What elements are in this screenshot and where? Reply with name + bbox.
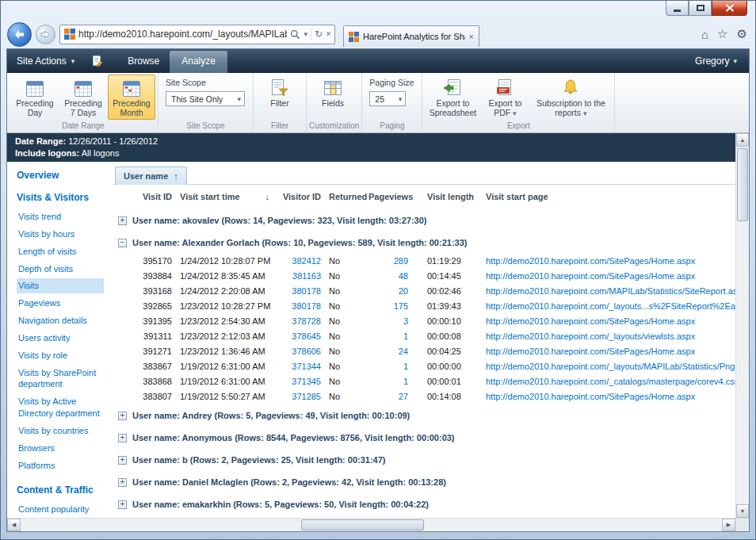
export-to-spreadsheet-button[interactable]: Export to Spreadsheet <box>425 75 480 120</box>
sidebar-item-visits-by-sharepoint-department[interactable]: Visits by SharePoint department <box>17 366 104 393</box>
sidebar-item-users-activity[interactable]: Users activity <box>17 331 104 346</box>
expand-icon[interactable]: + <box>118 500 127 509</box>
sidebar-item-visits-by-role[interactable]: Visits by role <box>17 348 104 363</box>
column-header-returned[interactable]: Returned <box>321 192 359 201</box>
expand-icon[interactable]: + <box>118 456 127 465</box>
expand-icon[interactable]: + <box>118 216 127 225</box>
cell-visit-start-page[interactable]: http://demo2010.harepoint.com/SitePages/… <box>479 347 735 356</box>
column-header-visit-id[interactable]: Visit ID <box>128 192 172 201</box>
gear-icon[interactable]: ⚙ <box>737 27 747 41</box>
sidebar-item-length-of-visits[interactable]: Length of visits <box>17 244 104 259</box>
filter-button[interactable]: Filter <box>256 75 304 120</box>
browser-tab[interactable]: HarePoint Analytics for Sha... × <box>343 25 479 47</box>
cell-visit-start-page[interactable]: http://demo2010.harepoint.com/_layouts..… <box>479 301 735 311</box>
sidebar-item-visits-by-countries[interactable]: Visits by countries <box>17 423 104 439</box>
horizontal-scrollbar[interactable]: ◀ ▶ <box>7 518 735 531</box>
refresh-icon[interactable]: ↻ <box>315 29 323 40</box>
subscription-to-reports-button[interactable]: Subscription to the reports ▾ <box>529 75 612 120</box>
group-row[interactable]: +User name: akovalev (Rows: 14, Pageview… <box>113 209 735 231</box>
fields-button[interactable]: Fields <box>309 75 357 120</box>
edit-page-button[interactable] <box>84 49 111 73</box>
preceding-day-button[interactable]: Preceding Day <box>11 75 59 120</box>
horizontal-scroll-track[interactable] <box>21 519 722 531</box>
group-row[interactable]: −User name: Alexander Gorlach (Rows: 10,… <box>113 231 735 253</box>
back-button[interactable] <box>7 22 32 47</box>
group-row[interactable]: +User name: Daniel Mclaglen (Rows: 2, Pa… <box>113 470 735 492</box>
column-header-pageviews[interactable]: Pageviews <box>359 192 416 201</box>
sidebar-item-pageviews[interactable]: Pageviews <box>17 296 104 311</box>
preceding-7-days-button[interactable]: Preceding 7 Days <box>59 75 107 120</box>
sidebar-item-overview[interactable]: Overview <box>17 170 109 181</box>
cell-visitor-id: 378728 <box>273 316 321 326</box>
site-actions-menu[interactable]: Site Actions ▾ <box>7 49 84 73</box>
cell-visitor-id: 371344 <box>273 362 321 371</box>
cell-visit-id: 393884 <box>128 271 172 281</box>
sidebar-item-depth-of-visits[interactable]: Depth of visits <box>17 262 104 277</box>
expand-icon[interactable]: + <box>118 434 127 442</box>
minimize-icon <box>674 10 681 12</box>
scroll-right-button[interactable]: ▶ <box>722 519 735 531</box>
sidebar-item-visits-trend[interactable]: Visits trend <box>17 209 104 224</box>
column-header-visit-start-time[interactable]: Visit start time ↓ <box>172 192 273 201</box>
column-header-visit-length[interactable]: Visit length <box>416 192 479 201</box>
sidebar-item-navigation-details[interactable]: Navigation details <box>17 313 104 328</box>
scroll-down-button[interactable]: ▼ <box>736 504 749 518</box>
cell-visit-start-page[interactable]: http://demo2010.harepoint.com/_layouts/M… <box>479 362 735 371</box>
expand-icon[interactable]: + <box>118 412 127 420</box>
stop-icon[interactable]: × <box>326 29 331 40</box>
paging-size-value: 25 <box>375 94 384 104</box>
horizontal-scroll-thumb[interactable] <box>301 519 424 530</box>
column-header-visit-start-page[interactable]: Visit start page <box>479 192 735 201</box>
sidebar-item-platforms[interactable]: Platforms <box>17 458 104 473</box>
tab-analyze[interactable]: Analyze <box>170 51 227 73</box>
cell-visit-start-page[interactable]: http://demo2010.harepoint.com/_catalogs/… <box>479 377 735 386</box>
content-area: OverviewVisits & VisitorsVisits trendVis… <box>7 162 735 518</box>
forward-button[interactable] <box>36 25 55 44</box>
sidebar-item-visits-by-active-directory-department[interactable]: Visits by Active Directory department <box>17 394 104 421</box>
tab-close-icon[interactable]: × <box>469 32 474 41</box>
home-icon[interactable]: ⌂ <box>701 28 708 41</box>
address-bar[interactable]: http://demo2010.harepoint.com/_layouts/M… <box>59 25 335 44</box>
cell-visit-start-page[interactable]: http://demo2010.harepoint.com/_layouts/v… <box>479 331 735 341</box>
scroll-left-button[interactable]: ◀ <box>7 519 21 531</box>
cell-visit-start-page[interactable]: http://demo2010.harepoint.com/SitePages/… <box>479 256 735 266</box>
url-text[interactable]: http://demo2010.harepoint.com/_layouts/M… <box>78 29 287 40</box>
close-button[interactable] <box>712 1 747 16</box>
user-menu[interactable]: Gregory ▾ <box>683 49 749 73</box>
cell-pageviews: 48 <box>359 271 416 281</box>
group-row[interactable]: +User name: b (Rows: 2, Pageviews: 25, V… <box>113 448 735 470</box>
group-row[interactable]: +User name: emakarkhin (Rows: 5, Pagevie… <box>113 492 735 515</box>
cell-visit-start-page[interactable]: http://demo2010.harepoint.com/SitePages/… <box>479 316 735 326</box>
search-icon[interactable] <box>290 29 300 40</box>
preceding-month-button[interactable]: Preceding Month <box>108 75 155 120</box>
maximize-button[interactable] <box>689 1 712 16</box>
sidebar-item-content-traffic[interactable]: Content & Traffic <box>17 484 109 496</box>
vertical-scrollbar[interactable]: ▲ ▼ <box>735 133 749 518</box>
group-row[interactable]: +User name: Anonymous (Rows: 8544, Pagev… <box>113 426 735 448</box>
tab-browse[interactable]: Browse <box>117 51 170 73</box>
favorites-star-icon[interactable]: ☆ <box>717 27 727 41</box>
address-dropdown-icon[interactable]: ▾ <box>304 30 307 38</box>
minimize-button[interactable] <box>666 1 689 16</box>
title-bar[interactable] <box>1 1 755 21</box>
cell-visit-start-page[interactable]: http://demo2010.harepoint.com/SitePages/… <box>479 392 735 401</box>
paging-size-dropdown[interactable]: 25 ▾ <box>369 91 406 106</box>
sidebar-item-visits-by-hours[interactable]: Visits by hours <box>17 227 104 242</box>
group-row[interactable]: +User name: Andrey (Rows: 5, Pageviews: … <box>113 404 735 426</box>
group-by-tab[interactable]: User name ↑ <box>115 167 187 185</box>
sidebar-item-content-popularity[interactable]: Content popularity <box>17 502 104 517</box>
cell-visit-start-page[interactable]: http://demo2010.harepoint.com/MAPILab/St… <box>479 286 735 296</box>
expand-icon[interactable]: + <box>118 478 127 487</box>
sidebar-item-browsers[interactable]: Browsers <box>17 441 104 456</box>
sidebar-item-visits[interactable]: Visits <box>17 278 104 293</box>
column-header-visitor-id[interactable]: Visitor ID <box>273 192 321 201</box>
sidebar-item-visits-visitors[interactable]: Visits & Visitors <box>17 192 109 203</box>
export-to-pdf-button[interactable]: Export to PDF ▾ <box>481 75 529 120</box>
vertical-scroll-thumb[interactable] <box>737 148 748 221</box>
group-label-customization: Customization <box>309 120 359 132</box>
vertical-scroll-track[interactable] <box>736 147 749 504</box>
site-scope-dropdown[interactable]: This Site Only ▾ <box>166 91 245 106</box>
scroll-up-button[interactable]: ▲ <box>736 133 749 147</box>
cell-visit-start-page[interactable]: http://demo2010.harepoint.com/SitePages/… <box>479 271 735 281</box>
collapse-icon[interactable]: − <box>118 239 127 247</box>
